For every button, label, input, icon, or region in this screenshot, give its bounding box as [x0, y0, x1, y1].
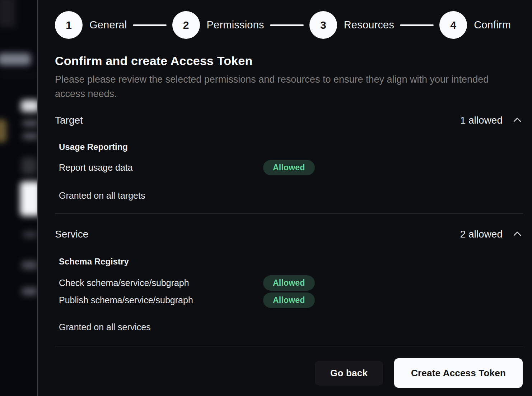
- status-badge: Allowed: [263, 160, 315, 175]
- collapse-section-button[interactable]: [512, 116, 523, 125]
- section-divider: [55, 213, 523, 214]
- blurred-heading: [21, 100, 37, 112]
- status-badge: Allowed: [263, 293, 315, 308]
- granted-note: Granted on all services: [59, 322, 523, 332]
- permission-row: Publish schema/service/subgraph Allowed: [59, 293, 523, 308]
- step-number-circle: 1: [55, 11, 83, 39]
- blurred-text-line: [22, 133, 37, 139]
- chevron-up-icon: [513, 231, 521, 238]
- step-connector: [133, 24, 167, 26]
- blurred-white-panel: [20, 181, 37, 216]
- granted-note: Granted on all targets: [59, 190, 523, 201]
- blurred-text-line: [22, 120, 37, 126]
- collapse-section-button[interactable]: [512, 230, 523, 239]
- page-title: Confirm and create Access Token: [55, 54, 523, 68]
- step-connector: [400, 24, 434, 26]
- status-badge: Allowed: [263, 275, 315, 291]
- blurred-nav-label: [0, 53, 31, 65]
- step-resources[interactable]: 3 Resources: [309, 11, 394, 39]
- blurred-divider: [0, 75, 37, 76]
- blurred-list-item: [22, 287, 37, 295]
- allowed-count: 2 allowed: [460, 229, 503, 240]
- step-label: Confirm: [474, 19, 511, 31]
- create-access-token-button[interactable]: Create Access Token: [394, 358, 523, 388]
- step-label: Permissions: [207, 19, 264, 31]
- step-connector: [270, 24, 304, 26]
- permission-row: Report usage data Allowed: [59, 160, 523, 175]
- blurred-logo: [0, 0, 16, 27]
- section-title: Service: [55, 229, 88, 240]
- page-subtitle: Please please review the selected permis…: [55, 72, 496, 101]
- footer-divider: [55, 346, 523, 346]
- step-number-circle: 2: [172, 11, 200, 39]
- chevron-up-icon: [513, 117, 521, 124]
- permission-label: Report usage data: [59, 162, 263, 173]
- section-header-service: Service 2 allowed: [55, 229, 523, 240]
- create-access-token-modal: 1 General 2 Permissions 3 Resources 4 Co…: [38, 0, 532, 396]
- wizard-stepper: 1 General 2 Permissions 3 Resources 4 Co…: [55, 11, 523, 39]
- blurred-list-item: [23, 231, 37, 238]
- step-number-circle: 4: [439, 11, 467, 39]
- permission-label: Publish schema/service/subgraph: [59, 295, 263, 305]
- section-title: Target: [55, 115, 83, 126]
- step-label: General: [89, 19, 127, 31]
- go-back-button[interactable]: Go back: [315, 361, 383, 386]
- permission-row: Check schema/service/subgraph Allowed: [59, 275, 523, 291]
- step-number-circle: 3: [309, 11, 337, 39]
- blurred-accent-shape: [0, 119, 6, 142]
- permission-label: Check schema/service/subgraph: [59, 278, 263, 288]
- permission-group-title: Schema Registry: [59, 257, 523, 267]
- step-confirm[interactable]: 4 Confirm: [439, 11, 511, 39]
- section-header-target: Target 1 allowed: [55, 115, 523, 126]
- permission-group-title: Usage Reporting: [59, 142, 523, 152]
- step-label: Resources: [344, 19, 394, 31]
- blurred-list-item: [22, 261, 37, 270]
- modal-footer: Go back Create Access Token: [55, 358, 523, 388]
- blurred-code-box: [22, 157, 37, 175]
- step-permissions[interactable]: 2 Permissions: [172, 11, 264, 39]
- allowed-count: 1 allowed: [460, 115, 503, 126]
- step-general[interactable]: 1 General: [55, 11, 127, 39]
- background-page-blurred: [0, 0, 37, 396]
